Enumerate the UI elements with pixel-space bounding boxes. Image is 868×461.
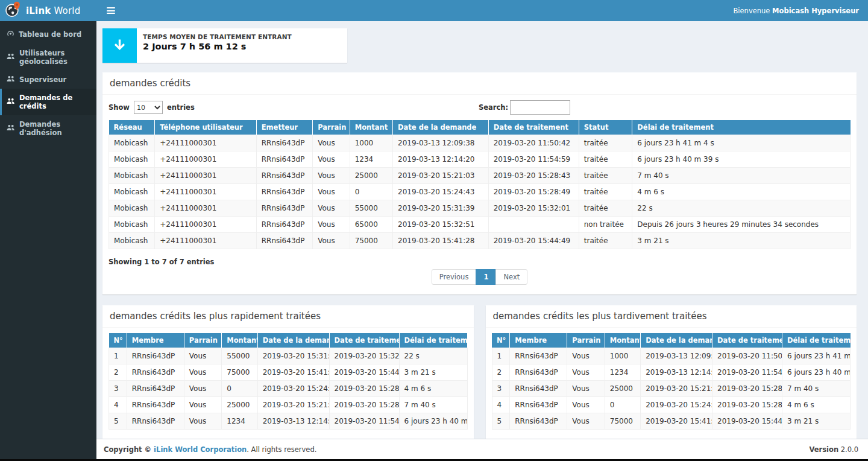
table-cell: 2019-03-20 11:54:59 — [712, 364, 782, 381]
column-header[interactable]: Parrain — [184, 333, 221, 348]
column-header[interactable]: Date de la demande — [257, 333, 329, 348]
sidebar-item-utilisateurs-geolocalises[interactable]: Utilisateurs géolocalisés — [0, 44, 96, 71]
column-header[interactable]: Réseau — [109, 120, 155, 135]
table-row: Mobicash+24111000301RRnsi643dPVous750002… — [109, 233, 851, 249]
search-input[interactable] — [510, 100, 570, 115]
company-link[interactable]: iLink World Corporation — [154, 445, 247, 454]
table-cell: 0 — [605, 397, 640, 413]
column-header[interactable]: Date de la demande — [393, 120, 489, 135]
table-cell: Mobicash — [109, 135, 155, 151]
table-cell: +24111000301 — [155, 217, 257, 233]
column-header[interactable]: N° — [109, 333, 127, 348]
infobox-label: TEMPS MOYEN DE TRAITEMENT ENTRANT — [143, 33, 292, 40]
sidebar-item-superviseur[interactable]: Superviseur — [0, 71, 96, 89]
column-header[interactable]: Date de la demande — [641, 333, 712, 348]
table-cell: 2019-03-20 15:21:03 — [393, 168, 489, 184]
table-cell: 65000 — [350, 217, 392, 233]
table-cell: Vous — [184, 381, 221, 397]
previous-page-button[interactable]: Previous — [432, 269, 477, 285]
sidebar-item-label: Demandes d'adhésion — [19, 120, 94, 137]
table-cell: RRnsi643dP — [256, 233, 312, 249]
down-arrow-icon — [102, 28, 137, 63]
table-cell: Vous — [313, 151, 350, 168]
sidebar-item-demandes-de-credits[interactable]: Demandes de crédits — [0, 89, 96, 115]
table-header-row: N°MembreParrainMontantDate de la demande… — [109, 333, 468, 348]
credits-table: RéseauTéléphone utilisateurEmetteurParra… — [108, 120, 851, 249]
table-cell: 2019-03-20 11:50:42 — [488, 135, 579, 151]
table-header-row: N°MembreParrainMontantDate de la demande… — [492, 333, 851, 348]
column-header[interactable]: Membre — [127, 333, 184, 348]
column-header[interactable]: Emetteur — [256, 120, 312, 135]
credits-panel: demandes crédits Show 10 entries Search: — [102, 72, 857, 294]
search-label: Search: — [479, 103, 508, 112]
table-cell: 2019-03-20 15:41:28 — [257, 364, 329, 381]
app-logo[interactable]: iLink World — [0, 0, 96, 21]
table-cell: RRnsi643dP — [510, 348, 567, 364]
table-cell: 1 — [109, 348, 127, 364]
table-cell: 3 m 21 s — [782, 413, 851, 430]
column-header[interactable]: Délai de traitement — [399, 333, 467, 348]
table-cell: 4 m 6 s — [399, 381, 467, 397]
sidebar-item-label: Superviseur — [19, 75, 66, 84]
column-header[interactable]: Statut — [579, 120, 632, 135]
page-length-select[interactable]: 10 — [134, 101, 163, 114]
column-header[interactable]: Délai de traitement — [782, 333, 851, 348]
table-cell: 6 jours 23 h 40 m 39 s — [782, 364, 851, 381]
table-cell: 1234 — [605, 364, 640, 381]
table-cell: Mobicash — [109, 151, 155, 168]
table-cell: +24111000301 — [155, 233, 257, 249]
table-cell: Mobicash — [109, 217, 155, 233]
sidebar-toggle-button[interactable] — [105, 5, 116, 16]
table-cell: Mobicash — [109, 200, 155, 217]
table-row: 4RRnsi643dPVous02019-03-20 15:24:432019-… — [492, 397, 851, 413]
column-header[interactable]: Date de traitement — [488, 120, 579, 135]
next-page-button[interactable]: Next — [495, 269, 527, 285]
table-cell: 3 m 21 s — [632, 233, 851, 249]
column-header[interactable]: Date de traitement — [329, 333, 399, 348]
sidebar-item-demandes-d-adhesion[interactable]: Demandes d'adhésion — [0, 115, 96, 142]
table-cell: RRnsi643dP — [256, 200, 312, 217]
column-header[interactable]: Montant — [222, 333, 257, 348]
dashboard-icon — [7, 30, 14, 39]
column-header[interactable]: Montant — [350, 120, 392, 135]
table-cell: 2019-03-20 15:32:01 — [329, 348, 399, 364]
table-cell: 2019-03-20 15:28:43 — [488, 168, 579, 184]
column-header[interactable]: Membre — [510, 333, 567, 348]
sidebar-item-tableau-de-bord[interactable]: Tableau de bord — [0, 25, 96, 44]
column-header[interactable]: Délai de traitement — [632, 120, 851, 135]
table-cell: 25000 — [350, 168, 392, 184]
column-header[interactable]: Téléphone utilisateur — [155, 120, 257, 135]
table-cell: 1234 — [222, 413, 257, 430]
table-controls: Show 10 entries Search: — [108, 100, 851, 115]
table-cell: 75000 — [605, 413, 640, 430]
column-header[interactable]: Date de traitement — [712, 333, 782, 348]
table-cell: 5 — [109, 413, 127, 430]
column-header[interactable]: Parrain — [313, 120, 350, 135]
column-header[interactable]: Parrain — [567, 333, 605, 348]
table-cell: Vous — [313, 217, 350, 233]
table-cell: 3 — [492, 381, 510, 397]
avg-processing-time-infobox: TEMPS MOYEN DE TRAITEMENT ENTRANT 2 Jour… — [102, 28, 347, 63]
users-icon — [7, 98, 15, 106]
table-cell: 2019-03-20 11:54:59 — [329, 413, 399, 430]
table-cell: 2019-03-13 12:14:20 — [257, 413, 329, 430]
table-cell: 75000 — [350, 233, 392, 249]
hamburger-menu-icon — [107, 7, 115, 8]
table-cell: 3 — [109, 381, 127, 397]
page-1-button[interactable]: 1 — [476, 269, 496, 285]
table-row: 4RRnsi643dPVous250002019-03-20 15:21:032… — [109, 397, 468, 413]
table-cell: Mobicash — [109, 233, 155, 249]
column-header[interactable]: N° — [492, 333, 510, 348]
table-cell: Vous — [184, 364, 221, 381]
table-cell: RRnsi643dP — [256, 217, 312, 233]
table-row: Mobicash+24111000301RRnsi643dPVous250002… — [109, 168, 851, 184]
column-header[interactable]: Montant — [605, 333, 640, 348]
table-cell: 2019-03-20 15:21:03 — [257, 397, 329, 413]
table-cell: 75000 — [222, 364, 257, 381]
table-cell: 22 s — [632, 200, 851, 217]
table-cell: 7 m 40 s — [632, 168, 851, 184]
sidebar-item-label: Tableau de bord — [19, 30, 81, 39]
panel-title: demandes crédits les plus rapidement tra… — [102, 305, 474, 328]
table-cell: 2019-03-20 15:21:03 — [641, 381, 712, 397]
table-cell: 4 — [109, 397, 127, 413]
